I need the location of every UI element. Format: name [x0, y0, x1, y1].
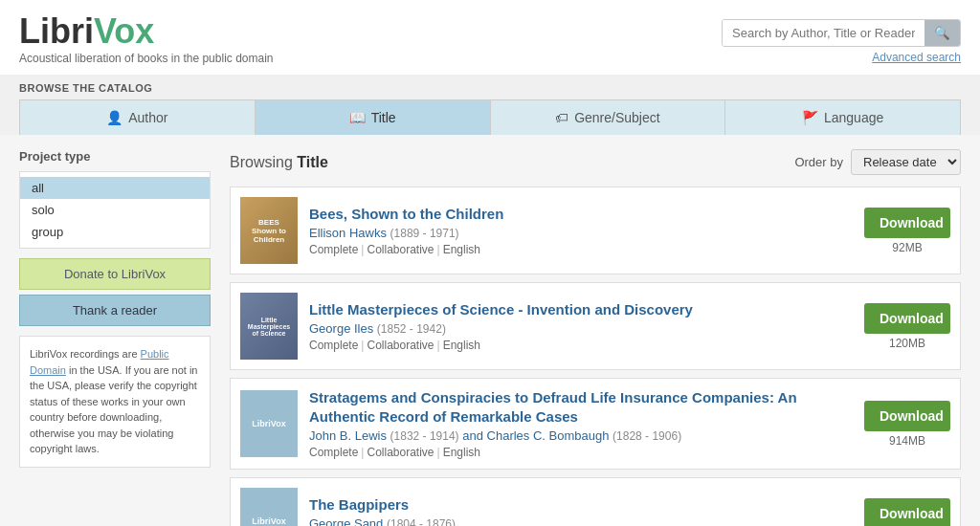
- search-button[interactable]: 🔍: [924, 20, 960, 46]
- download-area-masterpieces: Download 120MB: [864, 303, 950, 350]
- catalog-tabs: 👤 Author 📖 Title 🏷 Genre/Subject 🚩 Langu…: [19, 99, 961, 135]
- title-tab-icon: 📖: [349, 110, 366, 125]
- order-by-label: Order by: [794, 155, 843, 169]
- copyright-text-rest: in the USA. If you are not in the USA, p…: [30, 364, 197, 455]
- title-tab-label: Title: [371, 110, 396, 125]
- book-entry-bagpipers: LibriVox The Bagpipers George Sand (1804…: [230, 477, 961, 526]
- logo-area: LibriVox Acoustical liberation of books …: [19, 14, 274, 65]
- book-meta-masterpieces: Complete|Collaborative|English: [309, 339, 853, 352]
- book-entry-stratagems: LibriVox Stratagems and Conspiracies to …: [230, 378, 961, 470]
- author-years-bagpipers: (1804 - 1876): [387, 517, 456, 526]
- book-status-bees: Complete: [309, 243, 358, 256]
- project-type-list: all solo group: [19, 171, 211, 249]
- book-lang-stratagems: English: [443, 446, 480, 459]
- logo-libri: Libri: [19, 11, 94, 51]
- book-type-stratagems: Collaborative: [367, 446, 434, 459]
- donate-button[interactable]: Donate to LibriVox: [19, 258, 211, 290]
- download-button-bagpipers[interactable]: Download: [864, 498, 950, 527]
- author-name-bagpipers[interactable]: George Sand: [309, 516, 383, 526]
- catalog-section: BROWSE THE CATALOG 👤 Author 📖 Title 🏷 Ge…: [0, 75, 980, 135]
- language-tab-icon: 🚩: [802, 110, 818, 125]
- download-button-stratagems[interactable]: Download: [864, 401, 950, 431]
- copyright-text-prefix: LibriVox recordings are: [30, 348, 141, 360]
- author-name-stratagems[interactable]: John B. Lewis: [309, 428, 387, 443]
- tab-title[interactable]: 📖 Title: [255, 99, 490, 135]
- book-title-bagpipers[interactable]: The Bagpipers: [309, 495, 853, 515]
- book-lang-bees: English: [443, 243, 480, 256]
- genre-tab-label: Genre/Subject: [574, 110, 660, 125]
- cover-placeholder-masterpieces: LittleMasterpiecesof Science: [248, 317, 290, 337]
- order-by-control: Order by Release date Title Author: [794, 149, 961, 175]
- order-by-select[interactable]: Release date Title Author: [851, 149, 961, 175]
- book-info-masterpieces: Little Masterpieces of Science - Inventi…: [309, 300, 853, 353]
- book-info-bees: Bees, Shown to the Children Ellison Hawk…: [309, 205, 853, 257]
- project-type-all[interactable]: all: [20, 177, 210, 199]
- project-type-solo[interactable]: solo: [20, 199, 210, 221]
- project-type-label: Project type: [19, 149, 211, 164]
- book-author-stratagems: John B. Lewis (1832 - 1914) and Charles …: [309, 428, 853, 443]
- search-input[interactable]: [723, 20, 924, 46]
- author2-years-stratagems: (1828 - 1906): [612, 429, 681, 443]
- author-years-stratagems: (1832 - 1914): [390, 429, 459, 443]
- tagline: Acoustical liberation of books in the pu…: [19, 52, 274, 65]
- browsing-prefix: Browsing: [230, 154, 297, 170]
- book-author-bagpipers: George Sand (1804 - 1876): [309, 516, 853, 526]
- download-size-bees: 92MB: [864, 241, 950, 254]
- header: LibriVox Acoustical liberation of books …: [0, 0, 980, 75]
- book-title-stratagems[interactable]: Stratagems and Conspiracies to Defraud L…: [309, 388, 853, 426]
- book-author-masterpieces: George Iles (1852 - 1942): [309, 321, 853, 336]
- browsing-header: Browsing Title Order by Release date Tit…: [230, 149, 961, 175]
- search-box: 🔍: [722, 19, 961, 47]
- book-list: Browsing Title Order by Release date Tit…: [230, 149, 961, 526]
- cover-placeholder-bees: BEESShown toChildren: [252, 218, 286, 244]
- book-entry-bees: BEESShown toChildren Bees, Shown to the …: [230, 186, 961, 274]
- browsing-title: Browsing Title: [230, 154, 328, 171]
- download-button-bees[interactable]: Download: [864, 208, 950, 238]
- author-tab-label: Author: [128, 110, 167, 125]
- book-title-bees[interactable]: Bees, Shown to the Children: [309, 205, 853, 224]
- main-content: Project type all solo group Donate to Li…: [0, 135, 980, 526]
- genre-tab-icon: 🏷: [555, 110, 568, 125]
- book-cover-stratagems: LibriVox: [240, 390, 298, 457]
- thank-reader-button[interactable]: Thank a reader: [19, 295, 211, 326]
- author-name-masterpieces[interactable]: George Iles: [309, 321, 373, 336]
- book-entry-masterpieces: LittleMasterpiecesof Science Little Mast…: [230, 282, 961, 370]
- tab-genre[interactable]: 🏷 Genre/Subject: [490, 99, 725, 135]
- author-years-masterpieces: (1852 - 1942): [377, 322, 446, 336]
- cover-placeholder-bagpipers: LibriVox: [252, 516, 285, 526]
- book-lang-masterpieces: English: [443, 339, 480, 352]
- tab-language[interactable]: 🚩 Language: [724, 99, 961, 135]
- book-meta-stratagems: Complete|Collaborative|English: [309, 446, 853, 459]
- download-button-masterpieces[interactable]: Download: [864, 303, 950, 334]
- download-area-bagpipers: Download 288MB: [864, 498, 950, 527]
- book-status-masterpieces: Complete: [309, 339, 358, 352]
- download-area-stratagems: Download 914MB: [864, 401, 950, 448]
- author2-name-stratagems[interactable]: Charles C. Bombaugh: [487, 428, 610, 443]
- tab-author[interactable]: 👤 Author: [19, 99, 255, 135]
- author-name-bees[interactable]: Ellison Hawks: [309, 226, 387, 240]
- book-author-bees: Ellison Hawks (1889 - 1971): [309, 226, 853, 240]
- download-area-bees: Download 92MB: [864, 208, 950, 254]
- book-info-stratagems: Stratagems and Conspiracies to Defraud L…: [309, 388, 853, 459]
- logo-vox: Vox: [94, 11, 154, 51]
- language-tab-label: Language: [824, 110, 883, 125]
- sidebar: Project type all solo group Donate to Li…: [19, 149, 211, 526]
- copyright-notice: LibriVox recordings are Public Domain in…: [19, 336, 211, 468]
- book-type-bees: Collaborative: [367, 243, 434, 256]
- book-type-masterpieces: Collaborative: [367, 339, 434, 352]
- browse-label: BROWSE THE CATALOG: [19, 82, 961, 99]
- book-title-masterpieces[interactable]: Little Masterpieces of Science - Inventi…: [309, 300, 853, 319]
- book-cover-bagpipers: LibriVox: [240, 488, 298, 526]
- download-size-stratagems: 914MB: [864, 434, 950, 448]
- project-type-group[interactable]: group: [20, 221, 210, 243]
- download-size-masterpieces: 120MB: [864, 337, 950, 350]
- book-cover-masterpieces: LittleMasterpiecesof Science: [240, 293, 298, 360]
- author-and: and: [462, 428, 486, 443]
- book-cover-bees: BEESShown toChildren: [240, 197, 298, 264]
- advanced-search-link[interactable]: Advanced search: [872, 51, 961, 64]
- cover-placeholder-stratagems: LibriVox: [252, 419, 285, 428]
- book-status-stratagems: Complete: [309, 446, 358, 459]
- book-info-bagpipers: The Bagpipers George Sand (1804 - 1876) …: [309, 495, 853, 526]
- browsing-subject: Title: [297, 154, 328, 170]
- search-area: 🔍 Advanced search: [722, 19, 961, 64]
